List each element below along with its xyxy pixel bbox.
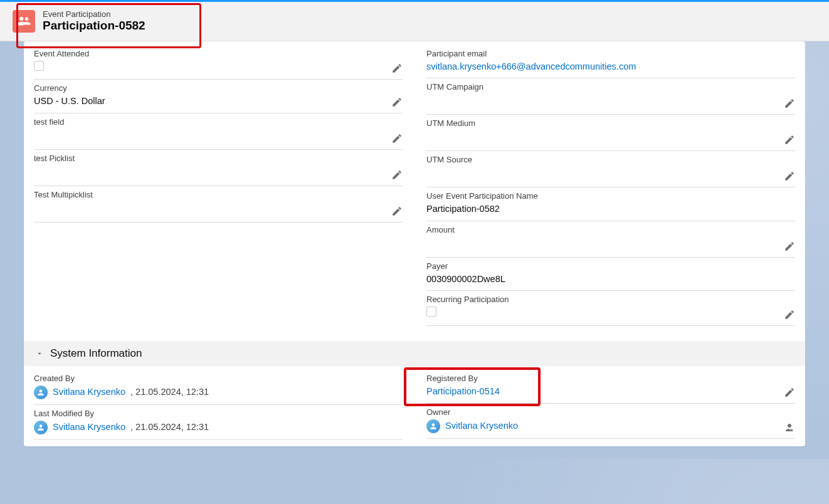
field-amount: Amount [426, 221, 795, 258]
event-attended-checkbox [34, 61, 44, 71]
entity-type-label: Event Participation [43, 9, 145, 19]
entity-icon [13, 10, 35, 33]
right-column: Participant email svitlana.krysenko+666@… [426, 45, 795, 326]
field-label: Created By [34, 374, 388, 383]
field-utm-medium: UTM Medium [426, 115, 795, 151]
field-label: Payer [426, 261, 780, 271]
field-registered-by: Registered By Participation-0514 [426, 370, 795, 404]
field-last-modified-by: Last Modified By Svitlana Krysenko , 21.… [34, 405, 403, 440]
edit-icon[interactable] [784, 134, 795, 145]
edit-icon[interactable] [391, 97, 403, 108]
system-information-header[interactable]: System Information [24, 341, 805, 366]
registered-by-link[interactable]: Participation-0514 [426, 386, 500, 396]
field-label: Event Attended [34, 49, 388, 58]
edit-icon[interactable] [784, 387, 795, 398]
avatar-icon [426, 419, 440, 433]
record-detail-card: Event Attended Currency USD - U.S. Dolla… [24, 41, 805, 446]
field-value [426, 237, 780, 248]
participant-email-link[interactable]: svitlana.krysenko+666@advancedcommunitie… [426, 61, 636, 71]
field-test-picklist: test Picklist [34, 150, 403, 186]
field-payer: Payer 0030900002Dwe8L [426, 258, 795, 291]
field-value [34, 165, 388, 177]
field-test-multipicklist: Test Multipicklist [34, 186, 403, 223]
field-label: UTM Source [426, 155, 780, 164]
sysinfo-right: Registered By Participation-0514 Owner S… [426, 370, 795, 440]
field-owner: Owner Svitlana Krysenko [426, 404, 795, 439]
field-value: USD - U.S. Dollar [34, 95, 388, 108]
field-value [34, 202, 388, 213]
field-currency: Currency USD - U.S. Dollar [34, 80, 403, 113]
edit-icon[interactable] [784, 241, 795, 252]
sysinfo-columns: Created By Svitlana Krysenko , 21.05.202… [24, 366, 805, 446]
field-label: test Picklist [34, 154, 388, 163]
field-label: UTM Campaign [426, 82, 780, 92]
edit-icon[interactable] [391, 133, 403, 144]
last-modified-user-link[interactable]: Svitlana Krysenko [53, 421, 125, 434]
field-participation-name: User Event Participation Name Participat… [426, 187, 795, 221]
last-modified-timestamp: , 21.05.2024, 12:31 [130, 421, 209, 434]
field-label: Registered By [426, 374, 780, 383]
edit-icon[interactable] [391, 206, 403, 217]
detail-columns: Event Attended Currency USD - U.S. Dolla… [24, 41, 805, 332]
owner-user-link[interactable]: Svitlana Krysenko [445, 420, 518, 433]
avatar-icon [34, 386, 48, 399]
field-label: Amount [426, 225, 780, 234]
field-value [426, 130, 780, 142]
field-label: Owner [426, 407, 780, 417]
field-label: User Event Participation Name [426, 191, 780, 201]
edit-icon[interactable] [784, 309, 795, 320]
field-label: test field [34, 117, 388, 127]
field-label: Last Modified By [34, 409, 388, 418]
edit-icon[interactable] [391, 63, 403, 74]
field-created-by: Created By Svitlana Krysenko , 21.05.202… [34, 370, 403, 405]
field-value: Participation-0582 [426, 203, 780, 216]
created-by-user-link[interactable]: Svitlana Krysenko [53, 386, 125, 399]
field-event-attended: Event Attended [34, 45, 403, 80]
section-title: System Information [50, 347, 142, 360]
field-label: Test Multipicklist [34, 190, 388, 199]
avatar-icon [34, 421, 48, 434]
field-recurring-participation: Recurring Participation [426, 291, 795, 326]
field-label: UTM Medium [426, 118, 780, 128]
record-header: Event Participation Participation-0582 [0, 2, 829, 41]
chevron-down-icon [35, 349, 44, 358]
field-label: Participant email [426, 49, 780, 58]
page-wrapper: Event Participation Participation-0582 E… [0, 2, 829, 446]
edit-icon[interactable] [784, 98, 795, 109]
record-title: Participation-0582 [43, 19, 145, 33]
field-test-field: test field [34, 113, 403, 150]
recurring-checkbox [426, 307, 436, 317]
field-value [34, 129, 388, 140]
sysinfo-left: Created By Svitlana Krysenko , 21.05.202… [34, 370, 403, 440]
edit-icon[interactable] [391, 169, 403, 181]
field-value [426, 167, 780, 178]
field-label: Currency [34, 83, 388, 93]
change-owner-icon[interactable] [784, 422, 795, 433]
field-value: 0030900002Dwe8L [426, 273, 780, 286]
field-label: Recurring Participation [426, 295, 780, 304]
header-text-block: Event Participation Participation-0582 [43, 9, 145, 33]
field-utm-source: UTM Source [426, 151, 795, 187]
field-participant-email: Participant email svitlana.krysenko+666@… [426, 45, 795, 79]
field-utm-campaign: UTM Campaign [426, 78, 795, 115]
field-value [426, 94, 780, 105]
edit-icon[interactable] [784, 171, 795, 182]
left-column: Event Attended Currency USD - U.S. Dolla… [34, 45, 403, 326]
created-by-timestamp: , 21.05.2024, 12:31 [130, 386, 209, 399]
